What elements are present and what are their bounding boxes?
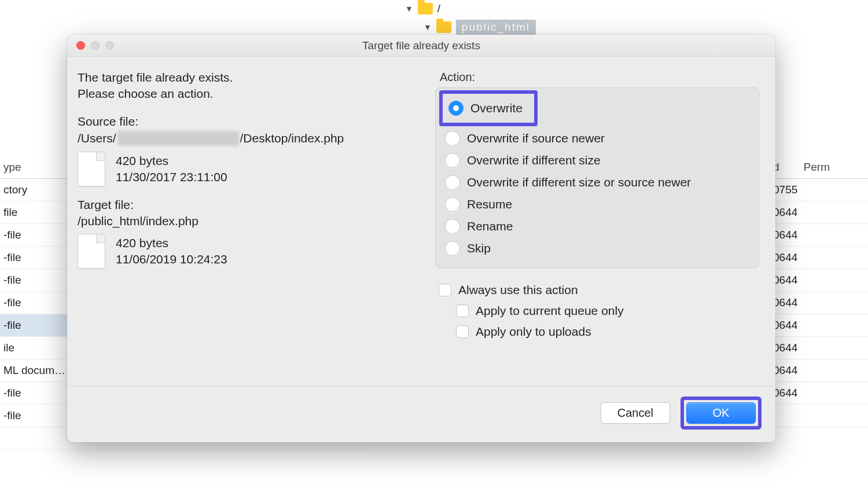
checkbox-label: Always use this action xyxy=(458,283,578,297)
disclosure-triangle-icon[interactable]: ▼ xyxy=(424,23,432,32)
checkbox-label: Apply to current queue only xyxy=(476,304,624,318)
radio-overwrite-size[interactable]: Overwrite if different size xyxy=(443,149,752,171)
window-controls xyxy=(67,41,114,50)
radio-icon[interactable] xyxy=(445,131,460,146)
source-file-size: 420 bytes xyxy=(116,154,227,168)
checkbox-always-use[interactable]: Always use this action xyxy=(437,280,759,300)
message-line-2: Please choose an action. xyxy=(78,87,425,101)
checkbox-label: Apply only to uploads xyxy=(476,325,591,339)
radio-skip[interactable]: Skip xyxy=(443,237,752,259)
highlight-overwrite: Overwrite xyxy=(439,90,538,126)
file-icon xyxy=(78,152,105,186)
radio-label: Overwrite if source newer xyxy=(467,131,605,145)
minimize-icon[interactable] xyxy=(91,41,100,50)
col-permissions[interactable]: Perm xyxy=(800,159,833,176)
radio-resume[interactable]: Resume xyxy=(443,193,752,215)
folder-icon xyxy=(418,3,433,14)
radio-icon[interactable] xyxy=(445,219,460,234)
radio-overwrite-size-newer[interactable]: Overwrite if different size or source ne… xyxy=(443,171,752,193)
highlight-ok: OK xyxy=(681,397,762,430)
radio-icon[interactable] xyxy=(445,241,460,256)
source-file-path: /Users/ /Desktop/index.php xyxy=(78,131,425,146)
radio-overwrite[interactable]: Overwrite xyxy=(446,97,525,119)
target-file-path: /public_html/index.php xyxy=(78,214,425,228)
message-line-1: The target file already exists. xyxy=(78,71,425,85)
tree-selected-label: public_html xyxy=(456,20,536,35)
checkbox-icon[interactable] xyxy=(456,304,469,317)
target-file-label: Target file: xyxy=(78,198,425,212)
overwrite-dialog: Target file already exists The target fi… xyxy=(67,35,775,442)
redacted-username xyxy=(117,131,239,146)
close-icon[interactable] xyxy=(76,41,85,50)
source-file-date: 11/30/2017 23:11:00 xyxy=(116,170,227,184)
radio-label: Skip xyxy=(467,241,491,255)
folder-icon xyxy=(436,21,451,33)
checkbox-icon[interactable] xyxy=(456,325,469,338)
radio-label: Rename xyxy=(467,219,513,233)
file-icon xyxy=(78,234,105,269)
radio-icon[interactable] xyxy=(445,153,460,168)
col-type[interactable]: ype xyxy=(0,159,69,176)
target-file-date: 11/06/2019 10:24:23 xyxy=(116,252,227,266)
radio-label: Resume xyxy=(467,197,512,211)
tree-row-public-html[interactable]: ▼ public_html xyxy=(405,17,536,37)
checkbox-apply-queue[interactable]: Apply to current queue only xyxy=(437,300,759,321)
radio-rename[interactable]: Rename xyxy=(443,215,752,237)
dialog-title: Target file already exists xyxy=(67,39,775,52)
checkbox-icon[interactable] xyxy=(439,284,451,296)
radio-overwrite-newer[interactable]: Overwrite if source newer xyxy=(443,127,752,149)
disclosure-triangle-icon[interactable]: ▼ xyxy=(405,4,413,13)
tree-row-root[interactable]: ▼ / xyxy=(405,0,536,17)
source-file-label: Source file: xyxy=(78,115,425,129)
action-group-label: Action: xyxy=(435,71,759,84)
target-file-size: 420 bytes xyxy=(116,236,227,250)
cancel-button[interactable]: Cancel xyxy=(601,402,670,424)
tree-root-label: / xyxy=(437,2,440,15)
radio-icon[interactable] xyxy=(445,175,460,190)
radio-label: Overwrite if different size xyxy=(467,153,601,167)
ok-button[interactable]: OK xyxy=(686,402,756,424)
remote-tree: ▼ / ▼ public_html xyxy=(405,0,536,37)
dialog-titlebar[interactable]: Target file already exists xyxy=(67,35,775,57)
radio-icon[interactable] xyxy=(445,197,460,212)
action-radio-group: Overwrite Overwrite if source newer Over… xyxy=(435,87,759,268)
dialog-footer: Cancel OK xyxy=(67,386,775,442)
radio-icon[interactable] xyxy=(448,101,464,116)
checkbox-apply-uploads[interactable]: Apply only to uploads xyxy=(437,321,759,342)
zoom-icon[interactable] xyxy=(105,41,114,50)
radio-overwrite-label: Overwrite xyxy=(470,101,523,115)
dialog-info-pane: The target file already exists. Please c… xyxy=(78,71,425,386)
radio-label: Overwrite if different size or source ne… xyxy=(467,175,691,189)
